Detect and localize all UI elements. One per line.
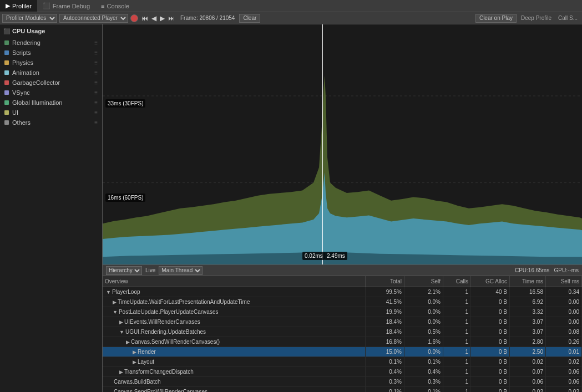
td-calls: 1: [443, 327, 471, 337]
sidebar-item-gc[interactable]: GarbageCollector ≡: [0, 78, 102, 88]
scripts-color: [4, 50, 9, 55]
chart-area[interactable]: 33ms (30FPS) 16ms (60FPS) 0.02ms 2.49ms: [103, 24, 582, 264]
table-row[interactable]: ▶ Render 15.0% 0.0% 1 0 B 2.50 0.01: [103, 347, 582, 357]
td-calls: 1: [443, 387, 471, 392]
next-frame-button[interactable]: ▶: [159, 14, 166, 22]
table-row[interactable]: Canvas.SendProWillRenderCanvases 0.1% 0.…: [103, 387, 582, 392]
profiler-tab-label: Profiler: [12, 3, 32, 9]
prev-frame-start-button[interactable]: ⏮: [140, 14, 149, 22]
expand-arrow[interactable]: ▶: [133, 349, 136, 355]
th-gcalloc[interactable]: GC Alloc: [471, 276, 510, 287]
td-self: 0.3%: [404, 377, 443, 386]
frame-info: Frame: 20806 / 21054: [178, 15, 237, 21]
td-selfms: 0.06: [546, 367, 582, 376]
td-total: 18.4%: [366, 317, 404, 327]
table-row[interactable]: ▼ PostLateUpdate.PlayerUpdateCanvases 19…: [103, 307, 582, 317]
ui-label: UI: [12, 109, 91, 116]
next-frame-end-button[interactable]: ⏭: [167, 14, 176, 22]
fps-60-text: 16ms (60FPS): [108, 195, 143, 201]
td-timems: 16.58: [510, 287, 546, 297]
expand-arrow[interactable]: ▶: [133, 359, 136, 365]
ui-handle: ≡: [94, 110, 98, 116]
td-gcalloc: 0 B: [471, 307, 510, 317]
row-name: UIEvents.WillRenderCanvases: [124, 319, 200, 325]
td-timems: 0.02: [510, 387, 546, 392]
td-calls: 1: [443, 317, 471, 327]
table-container[interactable]: Overview Total Self Calls GC Alloc: [103, 276, 582, 392]
prev-frame-button[interactable]: ◀: [150, 14, 158, 22]
clear-on-play-button[interactable]: Clear on Play: [475, 14, 517, 23]
fps-30-text: 33ms (30FPS): [108, 100, 143, 106]
sidebar-item-rendering[interactable]: Rendering ≡: [0, 38, 102, 48]
th-self[interactable]: Self: [404, 276, 443, 287]
thread-select[interactable]: Main Thread: [159, 266, 203, 275]
expand-arrow[interactable]: ▼: [106, 289, 111, 295]
tab-frame-debug[interactable]: ⬛ Frame Debug: [37, 0, 95, 12]
th-selfms[interactable]: Self ms: [546, 276, 582, 287]
th-timems[interactable]: Time ms: [510, 276, 546, 287]
fps-label-30: 33ms (30FPS): [105, 99, 145, 108]
animation-color: [4, 70, 9, 75]
th-calls[interactable]: Calls: [443, 276, 471, 287]
td-total: 0.1%: [366, 357, 404, 366]
sidebar-item-others[interactable]: Others ≡: [0, 118, 102, 128]
table-row[interactable]: ▶ Canvas.SendWillRenderCanvases() 16.8% …: [103, 337, 582, 347]
main-area: ⬛ CPU Usage Rendering ≡ Scripts ≡ Physic…: [0, 24, 582, 392]
table-row[interactable]: ▶ UIEvents.WillRenderCanvases 18.4% 0.0%…: [103, 317, 582, 327]
gc-label: GarbageCollector: [12, 79, 91, 86]
vsync-handle: ≡: [94, 90, 98, 96]
row-name: UGUI.Rendering.UpdateBatches: [125, 329, 206, 335]
td-total: 15.0%: [366, 347, 404, 357]
gi-color: [4, 100, 9, 105]
row-name: TransformChangedDispatch: [124, 369, 194, 375]
td-calls: 1: [443, 307, 471, 317]
gi-handle: ≡: [94, 100, 98, 106]
sidebar-item-scripts[interactable]: Scripts ≡: [0, 48, 102, 58]
table-row[interactable]: ▼ UGUI.Rendering.UpdateBatches 18.4% 0.5…: [103, 327, 582, 337]
sidebar-item-physics[interactable]: Physics ≡: [0, 58, 102, 68]
expand-arrow[interactable]: ▶: [126, 339, 130, 345]
sidebar-item-animation[interactable]: Animation ≡: [0, 68, 102, 78]
table-row[interactable]: ▼ PlayerLoop 99.5% 2.1% 1 40 B 16.58 0.3…: [103, 287, 582, 297]
expand-arrow[interactable]: ▼: [113, 309, 118, 315]
td-selfms: 0.34: [546, 287, 582, 297]
sidebar-item-gi[interactable]: Global Illumination ≡: [0, 98, 102, 108]
tab-profiler[interactable]: ▶ Profiler: [0, 0, 37, 12]
fps-label-60: 16ms (60FPS): [105, 194, 145, 202]
sidebar-item-ui[interactable]: UI ≡: [0, 108, 102, 118]
rendering-label: Rendering: [12, 39, 91, 46]
td-gcalloc: 0 B: [471, 317, 510, 327]
td-total: 99.5%: [366, 287, 404, 297]
table-row[interactable]: Canvas.BuildBatch 0.3% 0.3% 1 0 B 0.06 0…: [103, 377, 582, 387]
view-select[interactable]: Hierarchy: [106, 266, 142, 275]
td-calls: 1: [443, 337, 471, 347]
profiler-modules-select[interactable]: Profiler Modules: [2, 14, 57, 23]
td-timems: 2.50: [510, 347, 546, 357]
td-overview: ▼ PostLateUpdate.PlayerUpdateCanvases: [103, 307, 366, 317]
th-total[interactable]: Total: [366, 276, 404, 287]
expand-arrow[interactable]: ▶: [119, 369, 123, 375]
table-row[interactable]: ▶ TimeUpdate.WaitForLastPresentationAndU…: [103, 297, 582, 307]
others-color: [4, 120, 9, 125]
console-tab-label: Console: [107, 3, 129, 9]
sidebar-item-vsync[interactable]: VSync ≡: [0, 88, 102, 98]
row-name: Render: [138, 349, 156, 355]
td-calls: 1: [443, 287, 471, 297]
tab-console[interactable]: ≡ Console: [95, 0, 135, 12]
table-row[interactable]: ▶ TransformChangedDispatch 0.4% 0.4% 1 0…: [103, 367, 582, 377]
td-gcalloc: 40 B: [471, 287, 510, 297]
table-row[interactable]: ▶ Layout 0.1% 0.1% 1 0 B 0.02 0.02: [103, 357, 582, 367]
td-total: 41.5%: [366, 297, 404, 307]
clear-button[interactable]: Clear: [239, 14, 260, 23]
expand-arrow[interactable]: ▶: [113, 299, 117, 305]
expand-arrow[interactable]: ▶: [119, 319, 123, 325]
td-overview: ▼ PlayerLoop: [103, 287, 366, 297]
gc-color: [4, 80, 9, 85]
bottom-panel: Hierarchy Live Main Thread CPU:16.65ms G…: [103, 264, 582, 392]
td-overview: Canvas.BuildBatch: [103, 377, 366, 386]
record-button[interactable]: [130, 14, 138, 22]
td-self: 2.1%: [404, 287, 443, 297]
player-select[interactable]: Autoconnected Player: [59, 14, 128, 23]
td-overview: ▶ Canvas.SendWillRenderCanvases(): [103, 337, 366, 347]
expand-arrow[interactable]: ▼: [119, 329, 124, 335]
